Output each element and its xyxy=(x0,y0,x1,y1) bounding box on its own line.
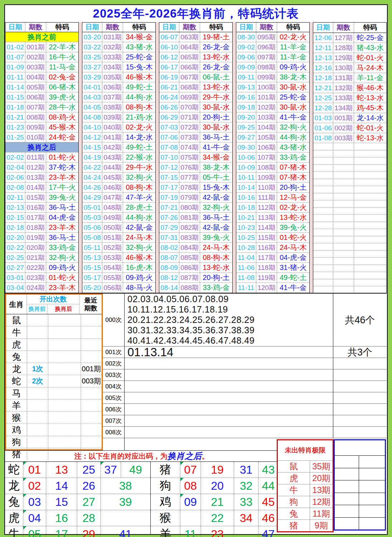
number-cell xyxy=(180,510,201,526)
limit-row: 牛13期 xyxy=(278,484,333,496)
number-cell: 05 xyxy=(23,526,46,537)
special-code-cell: 43-猪-水 xyxy=(277,142,309,152)
period-cell: 106期 xyxy=(256,142,277,152)
period-cell: 006期 xyxy=(25,92,46,102)
date-cell: 02-25 xyxy=(5,253,25,262)
date-cell: 04-29 xyxy=(82,193,102,202)
numbers-line: 20.21.22.23.24.25.26.27.28.29 xyxy=(127,315,255,325)
special-code-cell: 02-龙-火 xyxy=(123,122,155,132)
special-code-cell: 32-狗-火 xyxy=(123,173,155,182)
special-code-cell: 36-马-土 xyxy=(46,233,78,242)
draws-table-2: 日期期数特码03-20031期34-猴-金03-22032期43-猪-水03-2… xyxy=(82,22,156,294)
special-code-cell: 15-兔-木 xyxy=(123,62,155,72)
number-cell: 17 xyxy=(46,526,77,537)
special-code-cell xyxy=(354,186,386,193)
zodiac-label: 牛 xyxy=(6,326,27,338)
date-cell: 07-19 xyxy=(159,193,179,202)
period-cell: 108期 xyxy=(256,163,277,172)
special-code-cell: 26-龙-金 xyxy=(200,42,232,52)
zodiac-stats-row: 虎 xyxy=(6,338,102,350)
date-cell: 06-26 xyxy=(159,102,179,112)
date-cell: 02-15 xyxy=(5,213,25,222)
recent-period-cell xyxy=(81,436,102,448)
number-cell: 20 xyxy=(201,478,234,494)
special-code-cell xyxy=(354,193,386,200)
number-cell: 11 xyxy=(180,526,201,537)
after-change-header-cell: 换肖后 xyxy=(48,304,80,314)
count-total xyxy=(333,358,387,369)
number-cell: 43 xyxy=(258,462,278,478)
number-cell: 23 xyxy=(201,526,234,537)
period-cell: 011期 xyxy=(25,153,46,162)
count-label: 006次 xyxy=(103,404,124,415)
recent-period-cell xyxy=(81,424,102,436)
date-cell: 12-25 xyxy=(313,93,333,103)
date-cell: 07-06 xyxy=(159,132,179,142)
special-code-cell: 42-鼠-金 xyxy=(200,223,232,232)
limit-periods: 20期 xyxy=(310,473,333,484)
limit-row: 兔11期 xyxy=(278,508,333,519)
draw-row xyxy=(313,157,386,164)
draw-row xyxy=(313,222,386,229)
empty-row xyxy=(335,480,385,493)
date-cell: 05-08 xyxy=(82,233,102,242)
after-count-cell xyxy=(48,314,81,326)
draw-row: 10-28116期24-马-木 xyxy=(236,242,309,252)
date-cell: 07-31 xyxy=(159,233,179,242)
number-cell: 13 xyxy=(46,462,77,478)
period-cell: 086期 xyxy=(179,263,200,272)
draw-row: 09-27105期44-狗-水 xyxy=(236,132,309,142)
draw-row: 09-25104期32-狗-火 xyxy=(236,122,309,132)
period-cell xyxy=(333,251,354,257)
date-cell xyxy=(313,165,333,171)
draw-row: 02-22020期33-鸡-金 xyxy=(5,242,78,252)
limit-row: 鼠35期 xyxy=(278,460,333,472)
date-cell: 09-18 xyxy=(236,102,256,112)
count-label: 001次 xyxy=(103,347,124,358)
special-code-cell: 01-蛇-火 xyxy=(46,153,78,162)
date-cell: 03-01 xyxy=(5,273,25,282)
number-cell: 21 xyxy=(201,494,234,510)
special-code-cell: 24-马-木 xyxy=(123,233,155,242)
grid-row-right: 羊112347 xyxy=(151,526,278,537)
special-code-cell xyxy=(354,222,386,229)
draw-row xyxy=(313,200,386,207)
date-cell: 11-06 xyxy=(236,263,256,272)
special-code-cell: 26-龙-金 xyxy=(200,62,232,72)
limit-zodiac: 兔 xyxy=(278,508,310,519)
special-code-cell: 龙-14-水 xyxy=(354,113,386,123)
period-cell xyxy=(333,286,354,293)
date-cell xyxy=(313,279,333,286)
zodiac-header-cell: 生肖 xyxy=(6,295,27,314)
period-cell: 081期 xyxy=(179,213,200,222)
period-cell: 042期 xyxy=(102,142,123,152)
date-cell: 08-12 xyxy=(159,273,179,282)
draw-row xyxy=(313,193,386,200)
numbers-line: 30.31.32.33.34.35.36.37.38.39 xyxy=(127,325,255,335)
before-count-cell xyxy=(27,326,48,338)
draw-row: 04-15042期49-蛇-土 xyxy=(82,142,155,152)
draw-row: 01-23009期45-猴-木 xyxy=(5,122,78,132)
period-cell: 083期 xyxy=(179,233,200,242)
date-cell: 10-06 xyxy=(236,153,256,162)
special-code-cell: 34-猴-金 xyxy=(200,153,232,162)
number-cell: 34 xyxy=(234,510,258,526)
special-code-cell: 41-牛-金 xyxy=(277,112,309,122)
note-suffix: 。 xyxy=(202,451,209,461)
draw-row: 10-18112期02-龙-火 xyxy=(236,202,309,212)
date-cell: 02-20 xyxy=(5,233,25,242)
date-cell xyxy=(313,143,333,150)
date-cell: 05-06 xyxy=(82,223,102,232)
period-cell: 002期 xyxy=(333,123,354,133)
before-count-cell xyxy=(27,339,48,350)
period-cell: 051期 xyxy=(102,233,123,242)
period-cell xyxy=(333,179,354,186)
empty-annotation-box xyxy=(334,439,386,531)
period-cell: 008期 xyxy=(25,112,46,122)
period-cell: 035期 xyxy=(102,72,123,82)
special-code-cell: 28-虎-土 xyxy=(123,203,155,212)
period-cell: 044期 xyxy=(102,163,123,172)
special-code-cell: 30-鼠-水 xyxy=(200,102,232,112)
special-code-cell: 36-马-土 xyxy=(200,213,232,222)
draw-row: 09-02096期11-羊-金 xyxy=(236,42,309,52)
